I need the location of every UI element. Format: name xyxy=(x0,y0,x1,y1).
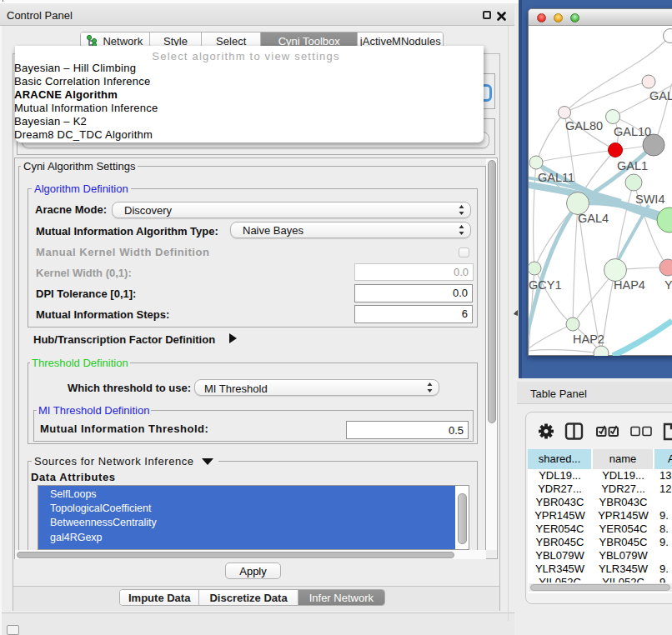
svg-text:GCY1: GCY1 xyxy=(529,278,562,292)
svg-text:GAL1: GAL1 xyxy=(617,159,648,172)
svg-text:GAL4: GAL4 xyxy=(578,212,609,225)
svg-text:Y: Y xyxy=(664,278,672,292)
svg-text:GAL11: GAL11 xyxy=(538,171,574,184)
svg-text:GAL10: GAL10 xyxy=(614,125,651,138)
svg-text:GAL: GAL xyxy=(649,89,672,102)
svg-text:HAP2: HAP2 xyxy=(573,332,604,346)
svg-text:HAP4: HAP4 xyxy=(614,278,645,292)
svg-text:GAL80: GAL80 xyxy=(565,119,603,132)
svg-text:SWI4: SWI4 xyxy=(635,192,664,206)
